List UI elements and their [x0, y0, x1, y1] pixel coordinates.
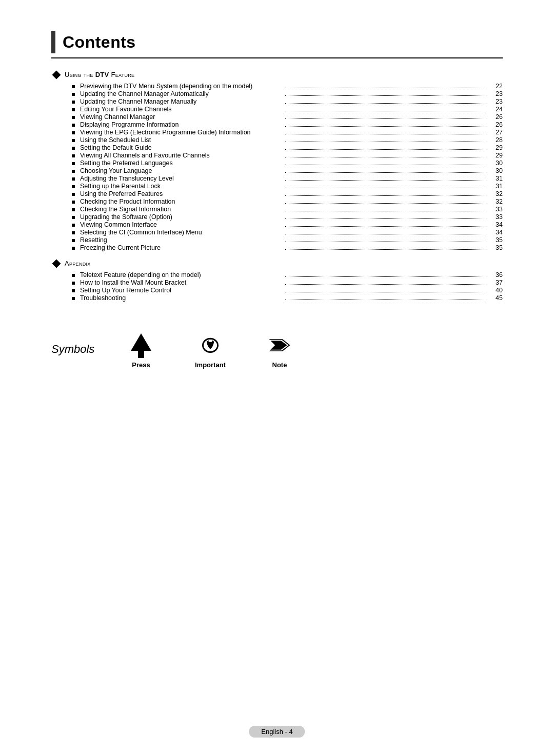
- toc-dots: [285, 226, 486, 227]
- toc-dots: [285, 211, 486, 211]
- toc-dots: [285, 234, 486, 234]
- dtv-section-title: Using the DTV Feature: [65, 71, 134, 78]
- toc-bullet: [72, 131, 75, 134]
- toc-item: Editing Your Favourite Channels 24: [72, 106, 503, 113]
- toc-item: Resetting 35: [72, 236, 503, 244]
- page-title: Contents: [63, 33, 136, 52]
- toc-text: Resetting: [80, 236, 281, 244]
- appendix-section-title: Appendix: [65, 260, 91, 267]
- toc-text: Using the Scheduled List: [80, 136, 281, 144]
- toc-bullet: [72, 108, 75, 111]
- dtv-toc-list: Previewing the DTV Menu System (dependin…: [72, 83, 503, 251]
- toc-item: Checking the Product Information 32: [72, 198, 503, 205]
- toc-text: Checking the Signal Information: [80, 206, 281, 213]
- toc-page: 34: [490, 221, 503, 228]
- toc-bullet: [72, 93, 75, 96]
- toc-text: How to Install the Wall Mount Bracket: [80, 279, 281, 286]
- toc-dots: [285, 284, 486, 285]
- toc-bullet: [72, 193, 75, 196]
- important-label: Important: [195, 361, 226, 369]
- toc-bullet: [72, 162, 75, 165]
- symbol-items: Press Important: [128, 332, 292, 369]
- toc-page: 45: [490, 294, 503, 302]
- toc-item: How to Install the Wall Mount Bracket 37: [72, 279, 503, 286]
- toc-bullet: [72, 208, 75, 211]
- diamond-bullet-dtv: [52, 70, 61, 79]
- toc-page: 30: [490, 167, 503, 174]
- symbols-section: Symbols Press: [51, 332, 503, 369]
- toc-page: 30: [490, 160, 503, 167]
- toc-dots: [285, 242, 486, 242]
- toc-dots: [285, 149, 486, 150]
- toc-text: Selecting the CI (Common Interface) Menu: [80, 229, 281, 236]
- toc-page: 40: [490, 287, 503, 294]
- toc-dots: [285, 300, 486, 300]
- toc-bullet: [72, 289, 75, 292]
- toc-dots: [285, 218, 486, 219]
- toc-item: Using the Preferred Features 32: [72, 190, 503, 197]
- toc-text: Setting the Default Guide: [80, 144, 281, 151]
- toc-page: 36: [490, 271, 503, 278]
- toc-bullet: [72, 224, 75, 227]
- toc-text: Setting Up Your Remote Control: [80, 287, 281, 294]
- toc-text: Setting up the Parental Lock: [80, 183, 281, 190]
- toc-dots: [285, 172, 486, 173]
- toc-text: Teletext Feature (depending on the model…: [80, 271, 281, 278]
- appendix-toc-list: Teletext Feature (depending on the model…: [72, 271, 503, 302]
- toc-item: Setting Up Your Remote Control 40: [72, 287, 503, 294]
- toc-item: Upgrading the Software (Option) 33: [72, 213, 503, 221]
- svg-point-3: [208, 340, 212, 342]
- toc-item: Adjusting the Translucency Level 31: [72, 175, 503, 182]
- toc-text: Editing Your Favourite Channels: [80, 106, 281, 113]
- title-accent: [51, 31, 55, 53]
- toc-page: 28: [490, 136, 503, 144]
- toc-page: 35: [490, 236, 503, 244]
- toc-dots: [285, 249, 486, 250]
- toc-bullet: [72, 231, 75, 234]
- title-bar: Contents: [51, 31, 503, 58]
- toc-dots: [285, 134, 486, 134]
- toc-page: 29: [490, 152, 503, 159]
- toc-page: 31: [490, 175, 503, 182]
- toc-text: Choosing Your Language: [80, 167, 281, 174]
- toc-page: 33: [490, 213, 503, 221]
- toc-item: Selecting the CI (Common Interface) Menu…: [72, 229, 503, 236]
- toc-item: Checking the Signal Information 33: [72, 206, 503, 213]
- toc-dots: [285, 111, 486, 111]
- toc-page: 26: [490, 113, 503, 121]
- appendix-section-header: Appendix: [51, 260, 503, 267]
- toc-text: Troubleshooting: [80, 294, 281, 302]
- toc-text: Updating the Channel Manager Manually: [80, 98, 281, 105]
- toc-page: 32: [490, 198, 503, 205]
- toc-item: Displaying Programme Information 26: [72, 121, 503, 128]
- toc-text: Upgrading the Software (Option): [80, 213, 281, 221]
- toc-item: Viewing Channel Manager 26: [72, 113, 503, 121]
- toc-dots: [285, 203, 486, 204]
- title-section: Contents: [51, 31, 503, 58]
- toc-item: Teletext Feature (depending on the model…: [72, 271, 503, 278]
- toc-item: Viewing the EPG (Electronic Programme Gu…: [72, 129, 503, 136]
- toc-dots: [285, 88, 486, 88]
- symbol-press: Press: [128, 332, 154, 369]
- toc-dots: [285, 195, 486, 196]
- toc-page: 35: [490, 244, 503, 251]
- toc-page: 23: [490, 98, 503, 105]
- toc-item: Troubleshooting 45: [72, 294, 503, 302]
- toc-dots: [285, 103, 486, 104]
- toc-dots: [285, 157, 486, 157]
- note-label: Note: [272, 361, 287, 369]
- toc-bullet: [72, 274, 75, 277]
- toc-text: Displaying Programme Information: [80, 121, 281, 128]
- toc-item: Previewing the DTV Menu System (dependin…: [72, 83, 503, 90]
- toc-dots: [285, 142, 486, 142]
- toc-page: 26: [490, 121, 503, 128]
- toc-page: 33: [490, 206, 503, 213]
- toc-bullet: [72, 282, 75, 285]
- footer-badge: English - 4: [249, 726, 305, 738]
- toc-bullet: [72, 147, 75, 150]
- toc-bullet: [72, 154, 75, 157]
- toc-item: Viewing All Channels and Favourite Chann…: [72, 152, 503, 159]
- toc-item: Viewing Common Interface 34: [72, 221, 503, 228]
- press-arrow-icon: [130, 332, 152, 358]
- toc-page: 24: [490, 106, 503, 113]
